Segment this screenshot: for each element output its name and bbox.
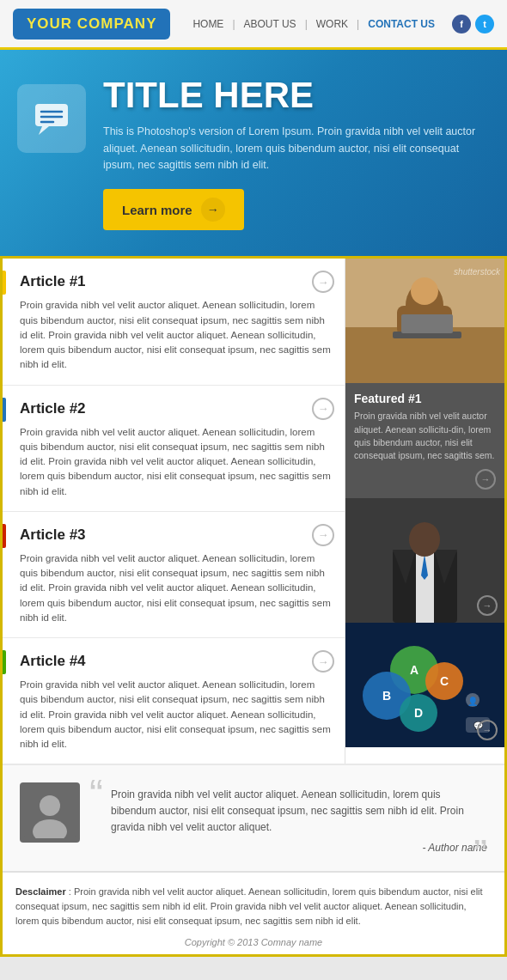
featured-column: shutterstock Featured #1 Proin gravida n… xyxy=(345,259,504,764)
disclaimer-label: Desclaimer xyxy=(15,886,66,897)
article-3-body: Proin gravida nibh vel velit auctor aliq… xyxy=(13,551,334,625)
article-1-header: Article #1 → xyxy=(13,271,334,293)
article-2-title: Article #2 xyxy=(20,400,86,417)
facebook-icon[interactable]: f xyxy=(452,15,471,33)
person-image: shutterstock xyxy=(345,259,504,383)
quote-text: Proin gravida nibh vel velit auctor aliq… xyxy=(94,787,487,835)
article-1-accent xyxy=(3,271,6,295)
header: YOUR COMPANY HOME | ABOUT US | WORK | CO… xyxy=(0,0,507,50)
article-3-title: Article #3 xyxy=(20,527,86,544)
svg-text:A: A xyxy=(410,663,418,677)
logo: YOUR COMPANY xyxy=(13,9,170,40)
article-2-header: Article #2 → xyxy=(13,398,334,420)
chat-bubble-icon xyxy=(30,97,73,140)
articles-list: Article #1 → Proin gravida nibh vel veli… xyxy=(3,259,345,764)
svg-point-8 xyxy=(411,277,438,305)
close-quote-mark: ” xyxy=(473,834,487,875)
article-1-body: Proin gravida nibh vel velit auctor aliq… xyxy=(13,298,334,372)
article-1: Article #1 → Proin gravida nibh vel veli… xyxy=(3,259,345,385)
nav: HOME | ABOUT US | WORK | CONTACT US f t xyxy=(184,15,494,33)
circles-arrow-row: → xyxy=(477,720,498,740)
article-3-arrow[interactable]: → xyxy=(312,524,334,546)
disclaimer-body: : Proin gravida nibh vel velit auctor al… xyxy=(15,886,483,926)
suit-img-container: → xyxy=(345,498,504,623)
logo-text: YOUR COMPANY xyxy=(27,15,156,32)
article-2: Article #2 → Proin gravida nibh vel veli… xyxy=(3,386,345,512)
featured-suit-image: → xyxy=(345,498,504,623)
article-3-accent xyxy=(3,524,6,548)
circles-arrow-icon[interactable]: → xyxy=(477,720,498,740)
article-4-body: Proin gravida nibh vel velit auctor aliq… xyxy=(13,678,334,752)
featured-circles-image: A B C D 👤 xyxy=(345,623,504,747)
article-4-arrow[interactable]: → xyxy=(312,650,334,673)
testimonial-avatar xyxy=(20,782,80,843)
arrow-circle-icon: → xyxy=(201,198,225,222)
person-at-desk-svg xyxy=(345,259,504,383)
main-content: Article #1 → Proin gravida nibh vel veli… xyxy=(0,256,507,957)
svg-text:D: D xyxy=(414,706,423,720)
twitter-icon[interactable]: t xyxy=(475,15,494,33)
article-4-header: Article #4 → xyxy=(13,650,334,673)
open-quote-mark: “ xyxy=(89,774,103,815)
nav-home[interactable]: HOME xyxy=(184,18,232,30)
featured-card: Featured #1 Proin gravida nibh vel velit… xyxy=(345,383,504,498)
nav-contact[interactable]: CONTACT US xyxy=(359,18,443,30)
circles-image: A B C D 👤 xyxy=(345,623,504,747)
featured-arrow-icon[interactable]: → xyxy=(475,469,496,490)
nav-about[interactable]: ABOUT US xyxy=(235,18,305,30)
article-1-arrow[interactable]: → xyxy=(312,271,334,293)
svg-point-33 xyxy=(40,795,60,816)
social-icons: f t xyxy=(452,15,494,33)
article-3: Article #3 → Proin gravida nibh vel veli… xyxy=(3,512,345,638)
nav-work[interactable]: WORK xyxy=(308,18,357,30)
articles-section: Article #1 → Proin gravida nibh vel veli… xyxy=(3,259,504,764)
hero-text: This is Photoshop's version of Lorem Ips… xyxy=(103,124,490,173)
featured-title: Featured #1 xyxy=(354,392,496,405)
hero-content: TITLE HERE This is Photoshop's version o… xyxy=(103,76,490,230)
article-4: Article #4 → Proin gravida nibh vel veli… xyxy=(3,638,345,764)
article-2-body: Proin gravida nibh vel velit auctor aliq… xyxy=(13,425,334,499)
quote-content: “ Proin gravida nibh vel velit auctor al… xyxy=(94,782,487,854)
article-1-title: Article #1 xyxy=(20,273,86,290)
watermark-text: shutterstock xyxy=(454,267,500,277)
disclaimer-text: Desclaimer : Proin gravida nibh vel veli… xyxy=(15,885,492,928)
learn-more-label: Learn more xyxy=(122,203,192,217)
article-2-accent xyxy=(3,398,6,422)
svg-text:C: C xyxy=(440,674,449,688)
hero-icon xyxy=(17,84,86,153)
svg-text:B: B xyxy=(382,689,391,703)
learn-more-button[interactable]: Learn more → xyxy=(103,189,244,230)
article-4-title: Article #4 xyxy=(20,653,86,670)
suit-image: → xyxy=(345,498,504,623)
suit-arrow-icon[interactable]: → xyxy=(477,595,498,616)
featured-top-image: shutterstock xyxy=(345,259,504,383)
hero-title: TITLE HERE xyxy=(103,76,490,115)
testimonial-section: “ Proin gravida nibh vel velit auctor al… xyxy=(3,764,504,871)
article-3-header: Article #3 → xyxy=(13,524,334,546)
article-2-arrow[interactable]: → xyxy=(312,398,334,420)
hero-section: TITLE HERE This is Photoshop's version o… xyxy=(0,50,507,256)
featured-card-arrow-row: → xyxy=(354,469,496,490)
copyright-text: Copyright © 2013 Comnay name xyxy=(15,937,492,947)
avatar-silhouette xyxy=(24,787,76,838)
article-4-accent xyxy=(3,650,6,674)
quote-author: - Author name xyxy=(94,842,487,854)
svg-rect-11 xyxy=(401,314,453,333)
svg-marker-1 xyxy=(39,126,49,135)
featured-text: Proin gravida nibh vel velit auctor aliq… xyxy=(354,410,496,462)
footer: Desclaimer : Proin gravida nibh vel veli… xyxy=(3,871,504,954)
svg-text:👤: 👤 xyxy=(467,696,479,707)
